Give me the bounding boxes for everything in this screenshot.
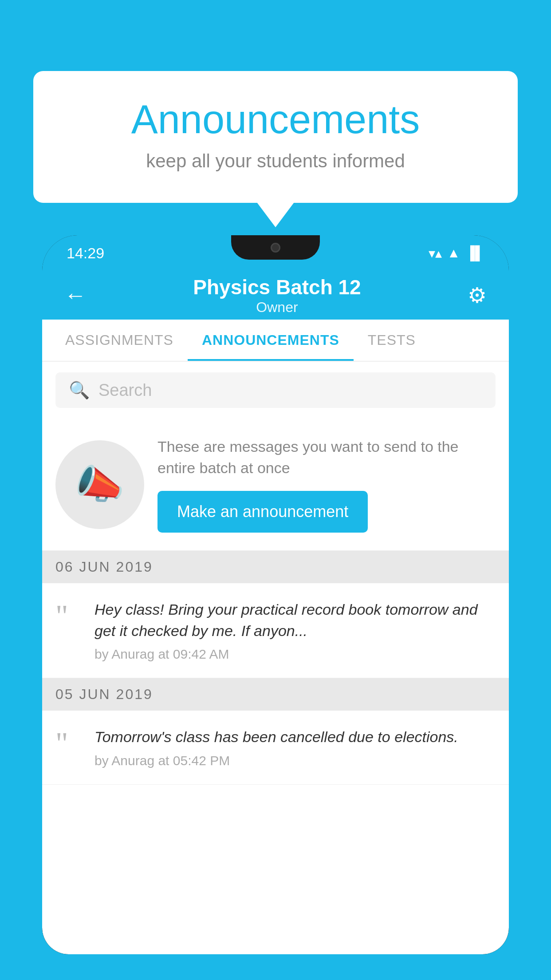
search-icon: 🔍: [69, 380, 90, 400]
announcement-meta-2: by Anurag at 05:42 PM: [94, 753, 496, 768]
wifi-icon: ▾▴: [429, 245, 442, 261]
announcement-item-2: " Tomorrow's class has been cancelled du…: [42, 711, 509, 785]
status-time: 14:29: [67, 245, 104, 262]
signal-icon: ▲: [447, 245, 460, 261]
battery-icon: ▐▌: [465, 245, 484, 261]
speech-bubble: Announcements keep all your students inf…: [33, 71, 518, 203]
tabs-bar: ASSIGNMENTS ANNOUNCEMENTS TESTS: [42, 320, 509, 362]
announcement-item-1: " Hey class! Bring your practical record…: [42, 583, 509, 678]
status-icons: ▾▴ ▲ ▐▌: [429, 245, 484, 261]
front-camera: [271, 243, 280, 253]
header-center: Physics Batch 12 Owner: [193, 275, 361, 316]
search-section: 🔍 Search: [42, 362, 509, 419]
search-bar[interactable]: 🔍 Search: [55, 372, 496, 408]
announcement-text-2: Tomorrow's class has been cancelled due …: [94, 727, 496, 748]
megaphone-circle: 📣: [55, 440, 144, 529]
notch: [231, 235, 320, 260]
settings-icon[interactable]: ⚙: [468, 283, 487, 308]
announcements-title: Announcements: [69, 98, 482, 142]
batch-title: Physics Batch 12: [193, 275, 361, 299]
speech-bubble-section: Announcements keep all your students inf…: [33, 71, 518, 203]
status-bar: 14:29 ▾▴ ▲ ▐▌: [42, 235, 509, 271]
phone-shell: 14:29 ▾▴ ▲ ▐▌ ← Physics Batch 12 Owner ⚙: [42, 235, 509, 954]
promo-right: These are messages you want to send to t…: [157, 436, 496, 533]
announcement-content-1: Hey class! Bring your practical record b…: [94, 599, 496, 662]
phone-container: 14:29 ▾▴ ▲ ▐▌ ← Physics Batch 12 Owner ⚙: [42, 235, 509, 980]
date-divider-2: 05 JUN 2019: [42, 678, 509, 711]
batch-role: Owner: [193, 299, 361, 316]
promo-description: These are messages you want to send to t…: [157, 436, 496, 478]
app-header: ← Physics Batch 12 Owner ⚙: [42, 271, 509, 320]
tab-tests[interactable]: TESTS: [354, 320, 430, 361]
search-input[interactable]: Search: [98, 381, 152, 400]
announcements-subtitle: keep all your students informed: [69, 150, 482, 172]
quote-icon-2: ": [55, 727, 82, 756]
announcement-text-1: Hey class! Bring your practical record b…: [94, 599, 496, 641]
megaphone-icon: 📣: [75, 461, 125, 508]
announcement-meta-1: by Anurag at 09:42 AM: [94, 647, 496, 662]
announcement-content-2: Tomorrow's class has been cancelled due …: [94, 727, 496, 768]
quote-icon-1: ": [55, 599, 82, 628]
announcement-promo-section: 📣 These are messages you want to send to…: [42, 419, 509, 551]
phone-screen: ← Physics Batch 12 Owner ⚙ ASSIGNMENTS A…: [42, 271, 509, 954]
back-button[interactable]: ←: [64, 282, 87, 308]
date-divider-1: 06 JUN 2019: [42, 551, 509, 583]
tab-assignments[interactable]: ASSIGNMENTS: [51, 320, 188, 361]
tab-announcements[interactable]: ANNOUNCEMENTS: [188, 320, 354, 361]
make-announcement-button[interactable]: Make an announcement: [157, 491, 368, 533]
